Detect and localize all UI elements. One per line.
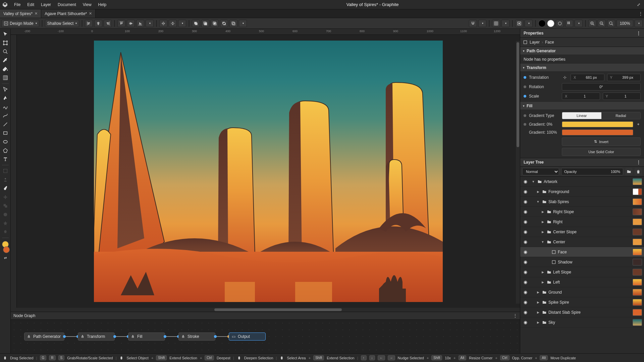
select-mode-dropdown[interactable]: Shallow Select▾ [45,20,79,27]
node-stroke[interactable]: ⋔Stroke [178,333,215,341]
visibility-icon[interactable]: ◉ [522,209,528,214]
freehand-tool[interactable] [1,103,9,111]
property-dot[interactable] [524,76,526,79]
visibility-icon[interactable]: ◉ [522,189,528,194]
visibility-icon[interactable]: ◉ [522,300,528,305]
visibility-icon[interactable]: ◉ [522,269,528,275]
visibility-icon[interactable]: ◉ [522,310,528,315]
horizontal-scrollbar[interactable] [11,308,520,312]
heal-tool[interactable] [1,193,9,201]
boolean-divide-icon[interactable] [229,20,237,27]
layer-name[interactable]: Spike Spire [548,300,630,305]
path-tool[interactable] [1,85,9,94]
opacity-field[interactable]: Opacity100% [561,168,623,175]
overlays-dropdown[interactable]: ▾ [525,20,533,27]
relight-tool[interactable] [1,228,9,236]
flip-more-dropdown[interactable]: ▾ [178,20,186,27]
layer-row[interactable]: ◉Shadow [520,257,644,267]
layer-name[interactable]: Left [553,280,630,285]
zoom-dropdown[interactable]: ▾ [635,20,643,27]
expand-icon[interactable]: ▶ [540,270,545,274]
layer-row[interactable]: ◉▶Left Slope [520,267,644,277]
expand-icon[interactable]: ▶ [540,281,545,284]
menu-help[interactable]: Help [95,1,110,8]
grid-dropdown[interactable]: ▾ [501,20,509,27]
patch-tool[interactable] [1,210,9,219]
visibility-icon[interactable]: ◉ [522,259,528,264]
layer-name[interactable]: Shadow [558,260,630,264]
node-output[interactable]: ▭Output [229,333,266,341]
image-tool[interactable] [1,176,9,184]
boolean-intersect-icon[interactable] [211,20,219,27]
snapping-dropdown[interactable]: ▾ [478,20,486,27]
align-top-icon[interactable] [117,20,125,27]
gradient-tool[interactable] [1,74,9,82]
layer-row[interactable]: ◉▶Spike Spire [520,297,644,307]
expand-icon[interactable]: ▼ [531,180,536,183]
document-tab[interactable]: Valley of Spires*✕ [0,9,41,18]
gradient-0-swatch[interactable] [562,121,633,127]
close-tab-icon[interactable]: ✕ [35,11,38,16]
panel-more-icon[interactable]: ⋮ [513,313,517,318]
polygon-tool[interactable] [1,146,9,155]
expand-icon[interactable]: ▶ [536,311,540,314]
layer-row[interactable]: ◉▶Left [520,277,644,287]
select-tool[interactable] [1,30,9,38]
visibility-icon[interactable]: ◉ [522,320,528,325]
design-mode-dropdown[interactable]: Design Mode▾ [1,20,39,27]
align-center-v-icon[interactable] [127,20,135,27]
viewmode-dropdown[interactable]: ▾ [575,20,583,27]
clone-tool[interactable] [1,202,9,210]
pin-icon[interactable]: ⊹ [562,74,568,80]
pen-tool[interactable] [1,94,9,102]
node-wire[interactable] [64,336,78,337]
visibility-icon[interactable]: ◉ [522,239,528,244]
artboard-tool[interactable] [1,39,9,47]
property-dot[interactable] [524,123,526,126]
boolean-subtract-icon[interactable] [201,20,209,27]
layer-row[interactable]: ◉▶Ground [520,287,644,297]
visibility-icon[interactable]: ◉ [522,179,528,184]
node-graph-header[interactable]: Node Graph⋮ [11,312,520,320]
menu-document[interactable]: Document [54,1,79,8]
overlays-icon[interactable] [515,20,523,27]
menu-file[interactable]: File [11,1,24,8]
text-tool[interactable] [1,155,9,163]
rotation-field[interactable]: 0° [562,83,641,90]
rectangle-tool[interactable] [1,129,9,137]
zoom-reset-icon[interactable] [607,20,615,27]
expand-icon[interactable]: ▼ [536,200,540,203]
flip-horizontal-icon[interactable] [159,20,167,27]
layer-name[interactable]: Ground [548,290,630,295]
section-transform[interactable]: ▾Transform [520,64,644,72]
vertical-scrollbar[interactable] [516,41,520,304]
panel-more-icon[interactable]: ⋮ [637,160,641,165]
node-fill[interactable]: ⋔Fill [128,333,165,341]
section-path-generator[interactable]: ▾Path Generator [520,47,644,55]
expand-icon[interactable]: ▶ [540,210,545,214]
expand-icon[interactable]: ▶ [536,321,540,324]
align-left-icon[interactable] [85,20,93,27]
boolean-more-dropdown[interactable]: ▾ [239,20,247,27]
menu-edit[interactable]: Edit [24,1,38,8]
viewmode-solid-icon[interactable] [538,20,546,27]
secondary-color-swatch[interactable] [3,246,10,253]
gradient-type-toggle[interactable]: Linear Radial [562,112,641,119]
layer-row[interactable]: ◉▶Right [520,217,644,227]
visibility-icon[interactable]: ◉ [522,249,528,254]
tabs-more-icon[interactable]: ⋮ [637,9,644,18]
expand-icon[interactable]: ▶ [536,291,540,294]
visibility-icon[interactable]: ◉ [522,219,528,224]
property-dot[interactable] [524,95,526,98]
scale-y-field[interactable]: Y1 [603,93,641,100]
ellipse-tool[interactable] [1,138,9,146]
node-graph[interactable]: ⋔Path Generator⋔Transform⋔Fill⋔Stroke▭Ou… [11,320,520,353]
layer-row[interactable]: ◉▼Center [520,237,644,247]
menu-view[interactable]: View [79,1,95,8]
visibility-icon[interactable]: ◉ [522,290,528,295]
add-stop-icon[interactable]: + [636,122,641,127]
layer-name[interactable]: Right [553,220,630,224]
align-bottom-icon[interactable] [136,20,144,27]
node-wire[interactable] [115,336,128,337]
delete-layer-icon[interactable] [635,168,642,175]
